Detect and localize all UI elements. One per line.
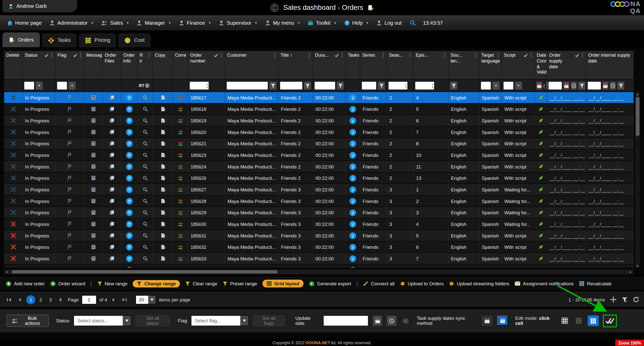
cell-series[interactable]: Friends xyxy=(360,103,387,115)
cell-series[interactable]: Friends xyxy=(360,195,387,206)
column-menu-icon[interactable]: ⋮ xyxy=(146,52,152,58)
cell-order_files[interactable] xyxy=(103,138,121,149)
message-icon[interactable] xyxy=(91,198,96,204)
cell-internal_supply_date[interactable]: __/__/____ __:__ xyxy=(586,195,634,206)
order-row-185624[interactable]: In Progress?185624Maya Media Producti...… xyxy=(4,161,634,172)
cell-series[interactable]: Friends xyxy=(360,161,387,172)
files-icon[interactable] xyxy=(109,198,114,204)
cell-tasks[interactable]: i xyxy=(346,150,360,161)
cell-status[interactable]: In Progress xyxy=(23,161,55,172)
filter-text-input[interactable] xyxy=(226,81,268,90)
files-icon[interactable] xyxy=(109,129,114,135)
message-icon[interactable] xyxy=(91,244,96,250)
cell-corre[interactable] xyxy=(173,184,188,195)
search-icon[interactable] xyxy=(142,210,148,215)
column-header-flag[interactable]: Flag⋮ xyxy=(55,51,84,79)
cell-customer[interactable]: Maya Media Producti... xyxy=(225,253,279,264)
cell-target_language[interactable]: Spanish xyxy=(479,150,502,161)
cell-copy[interactable] xyxy=(153,184,173,195)
transfer-icon[interactable] xyxy=(178,141,183,146)
cell-date_conf[interactable] xyxy=(535,161,547,172)
cell-order_info[interactable]: ? xyxy=(121,126,138,137)
flag-icon[interactable] xyxy=(67,256,72,261)
cell-corre[interactable] xyxy=(173,138,188,149)
bulk-actions-button[interactable]: Bulk actions xyxy=(7,315,49,327)
info-icon[interactable]: i xyxy=(350,152,356,158)
menu-item-finance[interactable]: Finance▼ xyxy=(175,15,215,30)
cell-series[interactable]: Friends xyxy=(360,138,387,149)
cell-target_language[interactable] xyxy=(479,264,502,268)
cell-copy[interactable] xyxy=(153,92,173,103)
cell-script[interactable]: With script xyxy=(502,161,535,172)
cell-episode[interactable]: 2 xyxy=(414,195,449,206)
menu-item-administrator[interactable]: Administrator▼ xyxy=(45,15,97,30)
delete-x-icon[interactable] xyxy=(4,207,22,218)
question-icon[interactable]: ? xyxy=(126,232,132,239)
cell-internal_supply_date[interactable]: __/__/____ __:__ xyxy=(586,161,634,172)
search-icon[interactable] xyxy=(142,152,148,158)
cell-order_files[interactable] xyxy=(103,103,121,115)
cell-title[interactable]: Friends 2 xyxy=(279,161,313,172)
cell-status[interactable]: In Progress xyxy=(23,253,55,264)
cell-order_info[interactable]: ? xyxy=(121,150,138,161)
cell-duration[interactable]: 00:22:00 xyxy=(313,138,346,149)
cell-duration[interactable]: 00:22:00 xyxy=(313,195,346,206)
cell-season[interactable]: 2 xyxy=(387,115,414,126)
cell-order_info[interactable]: ? xyxy=(121,219,138,230)
cell-order_info[interactable]: ? xyxy=(121,253,138,264)
cell-order_files[interactable] xyxy=(103,150,121,161)
message-icon[interactable] xyxy=(91,221,96,227)
cell-corre[interactable] xyxy=(173,172,188,184)
leaf-icon[interactable] xyxy=(538,256,543,261)
cell-order_number[interactable]: 185629 xyxy=(188,207,225,218)
cell-duration[interactable]: 00:22:00 xyxy=(313,253,346,264)
filter-dropdown-button[interactable]: ▼ xyxy=(35,81,43,90)
filter-dropdown-button[interactable]: ▼ xyxy=(68,81,76,90)
cell-duration[interactable] xyxy=(313,264,346,268)
cell-order_info[interactable]: ? xyxy=(121,92,138,103)
scroll-up-icon[interactable]: ▲ xyxy=(636,93,639,96)
cell-message[interactable] xyxy=(84,161,103,172)
message-icon[interactable] xyxy=(91,256,96,261)
cell-flag[interactable] xyxy=(55,264,84,268)
cell-order_files[interactable] xyxy=(103,126,121,137)
question-icon[interactable]: ? xyxy=(126,94,132,101)
filter-number-input[interactable]: ▲▼ xyxy=(415,81,434,90)
leaf-icon[interactable] xyxy=(538,164,543,169)
question-icon[interactable]: ? xyxy=(126,152,132,158)
cell-target_language[interactable]: Spanish xyxy=(479,138,502,149)
files-icon[interactable] xyxy=(109,187,114,192)
cell-script[interactable]: With script xyxy=(502,115,535,126)
filter-funnel-button[interactable] xyxy=(336,81,344,90)
cell-r[interactable] xyxy=(138,230,153,241)
cell-episode[interactable]: 11 xyxy=(414,161,449,172)
order-row-185617[interactable]: In Progress?185617Maya Media Producti...… xyxy=(4,92,634,103)
question-icon[interactable]: ? xyxy=(126,175,132,181)
cell-order_files[interactable] xyxy=(103,92,121,103)
cell-r[interactable] xyxy=(138,161,153,172)
cell-duration[interactable]: 00:22:00 xyxy=(313,219,346,230)
delete-x-icon[interactable] xyxy=(4,195,22,206)
delete-x-icon[interactable] xyxy=(4,241,22,253)
cell-corre[interactable] xyxy=(173,253,188,264)
cell-season[interactable]: 2 xyxy=(387,103,414,115)
menu-item-help[interactable]: ?Help▼ xyxy=(340,15,372,30)
toolbar-change-range[interactable]: Change range xyxy=(133,280,180,287)
set-all-status-button[interactable]: Set all status xyxy=(135,315,170,326)
cell-corre[interactable] xyxy=(173,115,188,126)
leaf-icon[interactable] xyxy=(538,267,543,268)
question-icon[interactable]: ? xyxy=(126,255,132,262)
toolbar-upload-to-orders[interactable]: Upload to Orders xyxy=(400,281,444,286)
cell-copy[interactable] xyxy=(153,126,173,137)
cell-order_number[interactable]: 185620 xyxy=(188,126,225,137)
cell-duration[interactable]: 00:22:00 xyxy=(313,241,346,253)
cell-order_number[interactable]: 185627 xyxy=(188,184,225,195)
cell-r[interactable] xyxy=(138,150,153,161)
files-icon[interactable] xyxy=(109,152,114,158)
cell-copy[interactable] xyxy=(153,241,173,253)
cell-message[interactable] xyxy=(84,150,103,161)
copy-icon[interactable] xyxy=(160,175,165,181)
column-header-episode[interactable]: Epis...⋮ xyxy=(414,51,449,79)
cell-r[interactable] xyxy=(138,138,153,149)
cell-series[interactable]: Friends xyxy=(360,184,387,195)
